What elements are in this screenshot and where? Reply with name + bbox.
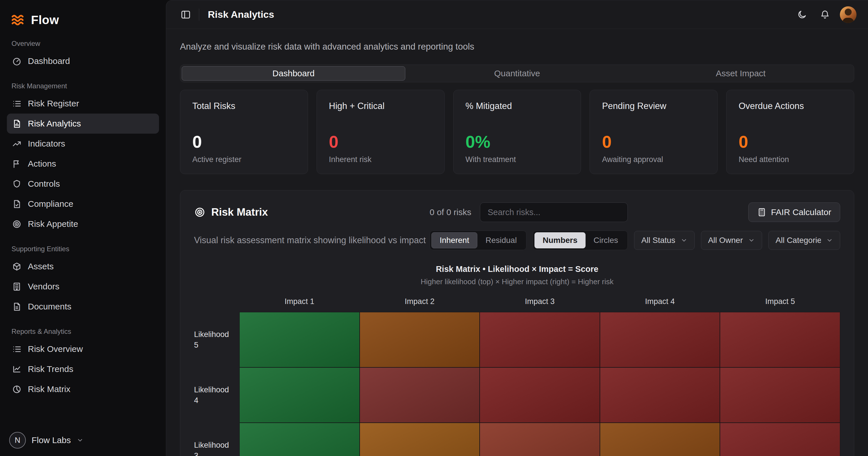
status-filter-dropdown[interactable]: All Status (634, 231, 694, 250)
sidebar-item-risk-analytics[interactable]: Risk Analytics (7, 113, 159, 134)
matrix-col-header: Impact 2 (360, 297, 480, 312)
sidebar-item-assets[interactable]: Assets (7, 256, 159, 276)
stat-value: 0 (329, 133, 432, 151)
sidebar-item-actions[interactable]: Actions (7, 154, 159, 174)
tab-asset-impact[interactable]: Asset Impact (629, 66, 852, 80)
flow-waves-icon (11, 12, 26, 28)
matrix-row-label: Likelihood 3 (194, 423, 239, 456)
section-label-overview: Overview (7, 37, 159, 51)
sidebar-item-risk-register[interactable]: Risk Register (7, 94, 159, 113)
gauge-icon (12, 57, 22, 66)
sidebar: Flow Overview Dashboard Risk Management … (0, 0, 166, 456)
panel-left-icon (181, 9, 191, 20)
section-label-supporting-entities: Supporting Entities (7, 242, 159, 256)
sidebar-toggle-button[interactable] (178, 7, 194, 23)
matrix-cell[interactable] (360, 312, 480, 367)
stat-card-mitigated: % Mitigated 0% With treatment (453, 90, 581, 174)
list-icon (12, 99, 22, 108)
category-filter-dropdown[interactable]: All Categories (768, 231, 840, 250)
sidebar-item-risk-trends[interactable]: Risk Trends (7, 359, 159, 379)
tab-dashboard[interactable]: Dashboard (182, 66, 405, 80)
matrix-cell[interactable] (239, 367, 360, 423)
matrix-col-header: Impact 3 (479, 297, 600, 312)
stat-card-total-risks: Total Risks 0 Active register (180, 90, 308, 174)
toggle-inherent[interactable]: Inherent (431, 232, 477, 248)
matrix-cell[interactable] (479, 423, 600, 456)
trending-up-icon (12, 139, 22, 149)
inherent-residual-toggle: Inherent Residual (430, 231, 527, 250)
calculator-icon (757, 208, 766, 217)
matrix-col-header: Impact 4 (600, 297, 720, 312)
notifications-button[interactable] (817, 7, 833, 23)
org-switcher[interactable]: N Flow Labs (7, 429, 159, 449)
matrix-col-header: Impact 1 (239, 297, 360, 312)
matrix-cell[interactable] (720, 423, 840, 456)
fair-calculator-button[interactable]: FAIR Calculator (748, 202, 840, 222)
page-content: Analyze and visualize risk data with adv… (166, 29, 868, 456)
sidebar-item-compliance[interactable]: Compliance (7, 194, 159, 214)
matrix-cell[interactable] (720, 312, 840, 367)
sidebar-item-dashboard[interactable]: Dashboard (7, 51, 159, 71)
matrix-cell[interactable] (360, 423, 480, 456)
sidebar-item-vendors[interactable]: Vendors (7, 276, 159, 297)
toggle-residual[interactable]: Residual (477, 232, 525, 248)
stat-value: 0% (466, 133, 569, 151)
sidebar-item-risk-overview[interactable]: Risk Overview (7, 339, 159, 359)
chevron-down-icon (76, 437, 84, 444)
panel-title: Risk Matrix (211, 206, 268, 218)
owner-filter-dropdown[interactable]: All Owner (701, 231, 762, 250)
moon-icon (797, 10, 807, 20)
stat-card-pending-review: Pending Review 0 Awaiting approval (590, 90, 718, 174)
section-label-risk-management: Risk Management (7, 79, 159, 94)
page-title: Risk Analytics (208, 9, 274, 20)
stat-value: 0 (192, 133, 296, 151)
matrix-cell[interactable] (360, 367, 480, 423)
trend-chart-icon (12, 364, 22, 374)
box-icon (12, 262, 22, 271)
matrix-cell[interactable] (600, 423, 720, 456)
sidebar-item-risk-appetite[interactable]: Risk Appetite (7, 214, 159, 234)
chevron-down-icon (748, 237, 755, 244)
matrix-cell[interactable] (600, 367, 720, 423)
tab-quantitative[interactable]: Quantitative (405, 66, 629, 80)
matrix-cell[interactable] (479, 367, 600, 423)
sidebar-item-risk-matrix[interactable]: Risk Matrix (7, 379, 159, 399)
matrix-col-header: Impact 5 (720, 297, 840, 312)
matrix-cell[interactable] (600, 312, 720, 367)
matrix-caption: Risk Matrix • Likelihood × Impact = Scor… (194, 264, 840, 286)
risk-matrix-panel: Risk Matrix 0 of 0 risks FAIR Calculator… (180, 190, 854, 456)
chevron-down-icon (826, 237, 833, 244)
list-icon (12, 345, 22, 354)
file-chart-icon (12, 119, 22, 129)
stat-value: 0 (602, 133, 705, 151)
toggle-circles[interactable]: Circles (586, 232, 626, 248)
matrix-cell[interactable] (239, 312, 360, 367)
matrix-cell[interactable] (479, 312, 600, 367)
matrix-cell[interactable] (720, 367, 840, 423)
sidebar-item-documents[interactable]: Documents (7, 297, 159, 317)
page-subtitle: Analyze and visualize risk data with adv… (180, 41, 854, 52)
chevron-down-icon (681, 237, 687, 244)
stat-card-high-critical: High + Critical 0 Inherent risk (317, 90, 445, 174)
matrix-cell[interactable] (239, 423, 360, 456)
sidebar-item-indicators[interactable]: Indicators (7, 134, 159, 154)
stat-card-overdue-actions: Overdue Actions 0 Need attention (726, 90, 854, 174)
pie-chart-icon (12, 385, 22, 394)
matrix-corner (194, 297, 239, 312)
topbar: Risk Analytics (166, 0, 868, 29)
target-icon (194, 206, 206, 218)
user-avatar[interactable] (840, 6, 857, 23)
matrix-row-label: Likelihood 4 (194, 367, 239, 423)
file-icon (12, 302, 22, 312)
theme-toggle-button[interactable] (794, 7, 810, 23)
file-check-icon (12, 199, 22, 209)
app-logo: Flow (7, 10, 159, 35)
sidebar-item-controls[interactable]: Controls (7, 174, 159, 194)
bell-icon (820, 10, 830, 20)
search-input[interactable] (480, 202, 628, 222)
view-tabs: Dashboard Quantitative Asset Impact (180, 65, 854, 82)
main-wrap: Risk Analytics Analyze and visualize ris… (166, 0, 868, 456)
toggle-numbers[interactable]: Numbers (534, 232, 585, 248)
risk-matrix-grid: Impact 1 Impact 2 Impact 3 Impact 4 Impa… (194, 297, 840, 456)
app-name: Flow (31, 13, 59, 27)
